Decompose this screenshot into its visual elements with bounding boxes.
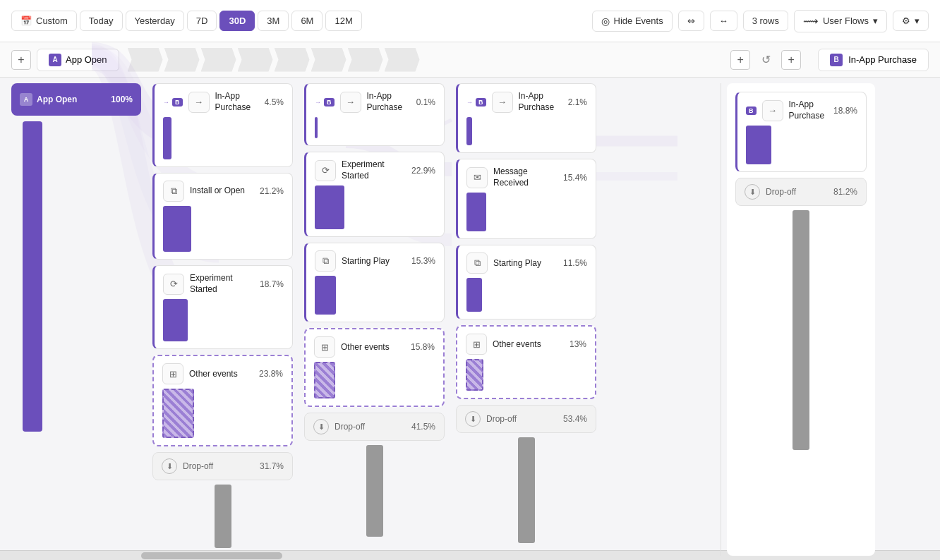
expand-btn[interactable]: ↔ bbox=[710, 11, 737, 31]
arrow-indicator: → bbox=[163, 99, 169, 106]
card-starting-play-2[interactable]: ⧉ Starting Play 15.3% bbox=[304, 243, 445, 322]
gear-icon: ⚙ bbox=[902, 16, 910, 26]
topbar: 📅 Custom Today Yesterday 7D 30D 3M 6M 12… bbox=[0, 0, 940, 42]
yesterday-btn[interactable]: Yesterday bbox=[126, 11, 184, 31]
install-pct: 21.2% bbox=[260, 186, 284, 196]
grid-icon-1: ⊞ bbox=[162, 363, 183, 384]
rows-btn[interactable]: 3 rows bbox=[743, 11, 788, 31]
app-open-label: App Open bbox=[37, 95, 77, 104]
add-step-btn[interactable]: + bbox=[730, 50, 750, 70]
experiment-title: ExperimentStarted bbox=[190, 273, 254, 295]
30d-btn[interactable]: 30D bbox=[219, 11, 255, 31]
3m-btn[interactable]: 3M bbox=[258, 11, 289, 31]
card-inapp-3[interactable]: → B → In-AppPurchase 2.1% bbox=[456, 83, 596, 153]
7d-btn[interactable]: 7D bbox=[187, 11, 217, 31]
card-experiment-2[interactable]: ⟳ ExperimentStarted 22.9% bbox=[304, 152, 445, 237]
custom-btn[interactable]: 📅 Custom bbox=[11, 11, 77, 31]
compress-icon: ⇔ bbox=[687, 16, 695, 26]
6m-btn[interactable]: 6M bbox=[291, 11, 323, 31]
12m-btn[interactable]: 12M bbox=[325, 11, 361, 31]
card-experiment-1[interactable]: ⟳ ExperimentStarted 18.7% bbox=[152, 265, 293, 349]
dropoff-1[interactable]: ⬇ Drop-off 31.7% bbox=[152, 452, 293, 480]
dropoff-3[interactable]: ⬇ Drop-off 53.4% bbox=[456, 405, 596, 433]
chevron-down-icon2: ▾ bbox=[915, 16, 920, 26]
add-funnel-right-btn[interactable]: + bbox=[781, 50, 801, 70]
user-flows-btn[interactable]: ⟿ User Flows ▾ bbox=[794, 10, 887, 32]
other-title-1: Other events bbox=[189, 369, 253, 380]
inapp-pct: 4.5% bbox=[265, 97, 284, 107]
other-bar-1 bbox=[162, 389, 194, 438]
dropoff-bar-3 bbox=[518, 437, 535, 543]
user-flows-icon: ⟿ bbox=[803, 15, 819, 28]
hide-events-btn[interactable]: ◎ Hide Events bbox=[592, 11, 673, 32]
main-content: A App Open 100% → B → In-AppPurchase bbox=[0, 78, 940, 560]
app-open-bar bbox=[23, 121, 42, 432]
card-inapp-b[interactable]: B → In-App Purchase 18.8% bbox=[735, 92, 867, 172]
funnel-a-letter: A bbox=[49, 54, 61, 66]
column-2: → B → In-AppPurchase 4.5% ⧉ Install or O… bbox=[147, 83, 299, 556]
card-inapp-2[interactable]: → B → In-AppPurchase 0.1% bbox=[304, 83, 445, 146]
experiment-bar bbox=[163, 299, 188, 341]
user-flows-label: User Flows bbox=[823, 16, 869, 26]
column-3: → B → In-AppPurchase 0.1% ⟳ ExperimentSt… bbox=[299, 83, 450, 556]
a-letter: A bbox=[20, 93, 32, 106]
rows-label: 3 rows bbox=[752, 16, 779, 26]
column-1: A App Open 100% bbox=[6, 83, 147, 556]
funnel-header: + A App Open + ↺ + B In-App Purchase bbox=[0, 42, 940, 78]
app-open-pct: 100% bbox=[111, 95, 133, 104]
expand-icon: ↔ bbox=[719, 16, 728, 26]
card-inapp-1[interactable]: → B → In-AppPurchase 4.5% bbox=[152, 83, 293, 167]
eye-off-icon: ◎ bbox=[601, 16, 610, 27]
middle-spacer bbox=[602, 83, 715, 556]
card-other-1[interactable]: ⊞ Other events 23.8% bbox=[152, 355, 293, 446]
section-divider bbox=[721, 83, 721, 556]
calendar-icon: 📅 bbox=[20, 16, 32, 26]
funnel-b-name: In-App Purchase bbox=[848, 54, 917, 65]
inapp-title: In-AppPurchase bbox=[215, 91, 259, 113]
copy-icon: ⧉ bbox=[163, 181, 184, 202]
card-install[interactable]: ⧉ Install or Open 21.2% bbox=[152, 173, 293, 260]
columns-container: A App Open 100% → B → In-AppPurchase bbox=[0, 78, 932, 560]
card-message[interactable]: ✉ MessageReceived 15.4% bbox=[456, 159, 596, 239]
settings-btn[interactable]: ⚙ ▾ bbox=[893, 11, 929, 31]
card-starting-play-3[interactable]: ⧉ Starting Play 11.5% bbox=[456, 245, 596, 319]
other-pct-1: 23.8% bbox=[259, 369, 283, 379]
chevron-down-icon: ▾ bbox=[873, 16, 878, 26]
install-title: Install or Open bbox=[190, 185, 254, 197]
column-4: → B → In-AppPurchase 2.1% ✉ MessageRecei… bbox=[450, 83, 602, 556]
dropoff-pct-1: 31.7% bbox=[260, 461, 284, 471]
card-other-3[interactable]: ⊞ Other events 13% bbox=[456, 325, 596, 399]
experiment-icon: ⟳ bbox=[163, 274, 184, 295]
inapp-bar bbox=[163, 117, 171, 159]
inapp-icon: → bbox=[188, 92, 210, 113]
column-right: B → In-App Purchase 18.8% ⬇ Drop-off 81.… bbox=[727, 83, 875, 556]
dropoff-2[interactable]: ⬇ Drop-off 41.5% bbox=[304, 413, 445, 441]
funnel-a-label[interactable]: A App Open bbox=[37, 49, 119, 71]
dropoff-bar-2 bbox=[366, 445, 383, 537]
experiment-pct: 18.7% bbox=[260, 279, 284, 289]
funnel-b-label[interactable]: B In-App Purchase bbox=[818, 49, 929, 71]
dropoff-bar-right bbox=[793, 210, 809, 450]
funnel-b-letter: B bbox=[830, 54, 843, 66]
dropoff-right[interactable]: ⬇ Drop-off 81.2% bbox=[735, 178, 867, 206]
hide-events-label: Hide Events bbox=[614, 16, 663, 26]
topbar-right: ◎ Hide Events ⇔ ↔ 3 rows ⟿ User Flows ▾ … bbox=[592, 10, 929, 32]
today-btn[interactable]: Today bbox=[80, 11, 123, 31]
compress-btn[interactable]: ⇔ bbox=[678, 11, 704, 31]
dropoff-icon-1: ⬇ bbox=[162, 458, 177, 474]
refresh-btn[interactable]: ↺ bbox=[756, 50, 776, 70]
custom-label: Custom bbox=[36, 16, 68, 26]
funnel-a-name: App Open bbox=[66, 54, 107, 65]
funnel-steps bbox=[125, 48, 725, 72]
card-other-2[interactable]: ⊞ Other events 15.8% bbox=[304, 328, 445, 407]
install-bar bbox=[163, 206, 191, 252]
dropoff-bar-1 bbox=[215, 485, 231, 548]
app-open-card[interactable]: A App Open 100% bbox=[11, 83, 141, 116]
b-badge: B bbox=[172, 98, 183, 106]
add-funnel-left-btn[interactable]: + bbox=[11, 50, 31, 70]
dropoff-label-1: Drop-off bbox=[183, 461, 254, 471]
